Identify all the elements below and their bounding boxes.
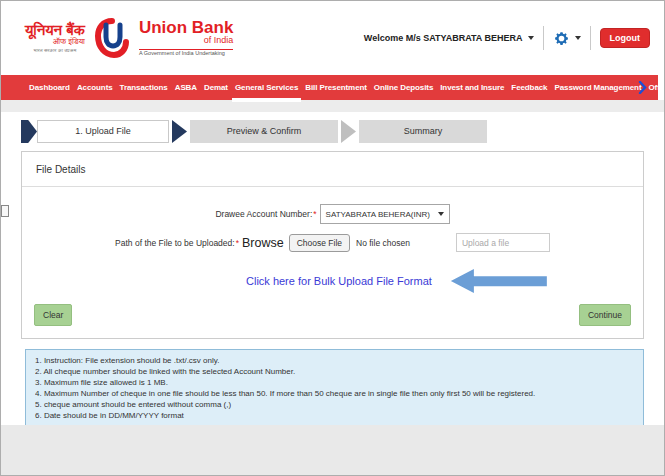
bank-logo: यूनियन बैंक ऑफ इंडिया भारत सरकार का उपक्… xyxy=(25,17,233,59)
file-details-card: File Details Drawee Account Number: * SA… xyxy=(21,151,644,339)
section-title: File Details xyxy=(22,152,643,187)
wizard-arrow-icon xyxy=(172,120,187,143)
required-asterisk: * xyxy=(313,209,316,219)
bank-tagline-hindi: भारत सरकार का उपक्रम xyxy=(25,48,85,53)
upload-file-input[interactable] xyxy=(456,233,550,252)
wizard-step-preview-confirm[interactable]: Preview & Confirm xyxy=(190,120,338,143)
window-edge-handle[interactable] xyxy=(1,205,9,217)
instruction-line: 2. All cheque number should be linked wi… xyxy=(35,366,634,377)
user-area: Welcome M/s SATYABRATA BEHERA Logout xyxy=(364,26,650,50)
browse-label: Browse xyxy=(242,236,284,250)
chevron-down-icon xyxy=(438,212,444,216)
nav-scroll-right-icon[interactable] xyxy=(638,81,647,94)
divider xyxy=(543,26,544,50)
nav-item-password-management[interactable]: Password Management xyxy=(554,75,641,100)
wizard-start-arrow-icon xyxy=(21,120,37,143)
nav-item-online-deposits[interactable]: Online Deposits xyxy=(374,75,433,100)
instructions-box: 1. Instruction: File extension should be… xyxy=(25,349,644,428)
drawee-account-label: Drawee Account Number: xyxy=(215,209,312,219)
nav-item-dashboard[interactable]: Dashboard xyxy=(29,75,70,100)
wizard-step-summary[interactable]: Summary xyxy=(359,120,487,143)
nav-item-invest-and-insure[interactable]: Invest and Insure xyxy=(440,75,504,100)
form-area: Drawee Account Number: * SATYABRATA BEHE… xyxy=(22,187,643,338)
welcome-user-dropdown[interactable]: Welcome M/s SATYABRATA BEHERA xyxy=(364,33,534,43)
bank-logo-hindi: यूनियन बैंक ऑफ इंडिया भारत सरकार का उपक्… xyxy=(25,22,85,53)
instruction-line: 3. Maximum file size allowed is 1 MB. xyxy=(35,377,634,388)
welcome-user-label: Welcome M/s SATYABRATA BEHERA xyxy=(364,33,523,43)
wizard-step-upload-file[interactable]: 1. Upload File xyxy=(37,120,169,143)
header: यूनियन बैंक ऑफ इंडिया भारत सरकार का उपक्… xyxy=(1,1,664,75)
instruction-line: 5. cheque amount should be entered witho… xyxy=(35,399,634,410)
bulk-format-row: Click here for Bulk Upload File Format xyxy=(34,269,631,293)
chevron-down-icon xyxy=(575,36,581,40)
nav-item-transactions[interactable]: Transactions xyxy=(120,75,168,100)
file-path-label: Path of the File to be Uploaded: xyxy=(115,238,235,248)
bank-sub-hindi: ऑफ इंडिया xyxy=(25,38,85,46)
bulk-upload-format-link[interactable]: Click here for Bulk Upload File Format xyxy=(246,275,432,287)
left-arrow-icon xyxy=(451,269,547,293)
main-nav: Dashboard Accounts Transactions ASBA Dem… xyxy=(1,75,658,100)
drawee-account-value: SATYABRATA BEHERA(INR) xyxy=(326,210,430,219)
instruction-line: 1. Instruction: File extension should be… xyxy=(35,355,634,366)
settings-dropdown[interactable] xyxy=(553,30,581,47)
bank-name-sub: of India xyxy=(139,36,233,45)
nav-item-general-services[interactable]: General Services xyxy=(235,75,298,100)
file-path-row: Path of the File to be Uploaded: * Brows… xyxy=(34,233,631,252)
nav-item-asba[interactable]: ASBA xyxy=(175,75,197,100)
bank-logo-english: Union Bank of India A Government of Indi… xyxy=(139,19,233,56)
nav-item-accounts[interactable]: Accounts xyxy=(77,75,113,100)
gear-icon xyxy=(553,30,570,47)
nav-item-offer[interactable]: Offer xyxy=(648,75,665,100)
union-bank-logo-icon xyxy=(94,17,130,59)
wizard-arrow-icon xyxy=(341,120,356,143)
instruction-line: 4. Maximum Number of cheque in one file … xyxy=(35,388,634,399)
instruction-line: 6. Date should be in DD/MM/YYYY format xyxy=(35,410,634,421)
wizard-steps: 1. Upload File Preview & Confirm Summary xyxy=(21,120,664,143)
choose-file-button[interactable]: Choose File xyxy=(289,234,350,252)
no-file-chosen-text: No file chosen xyxy=(356,238,410,248)
page-background-strip xyxy=(1,100,664,112)
nav-item-bill-presentment[interactable]: Bill Presentment xyxy=(305,75,367,100)
page-footer-background xyxy=(1,425,664,475)
nav-item-feedback[interactable]: Feedback xyxy=(511,75,547,100)
drawee-account-select[interactable]: SATYABRATA BEHERA(INR) xyxy=(320,204,450,224)
drawee-account-row: Drawee Account Number: * SATYABRATA BEHE… xyxy=(34,204,631,224)
bank-name-hindi: यूनियन बैंक xyxy=(25,22,85,38)
nav-item-demat[interactable]: Demat xyxy=(204,75,228,100)
continue-button[interactable]: Continue xyxy=(579,304,631,326)
logout-button[interactable]: Logout xyxy=(600,28,651,48)
bank-tagline: A Government of India Undertaking xyxy=(139,49,233,57)
clear-button[interactable]: Clear xyxy=(34,304,72,326)
divider xyxy=(590,26,591,50)
action-buttons-row: Clear Continue xyxy=(34,304,631,326)
chevron-down-icon xyxy=(528,36,534,40)
required-asterisk: * xyxy=(236,238,239,248)
